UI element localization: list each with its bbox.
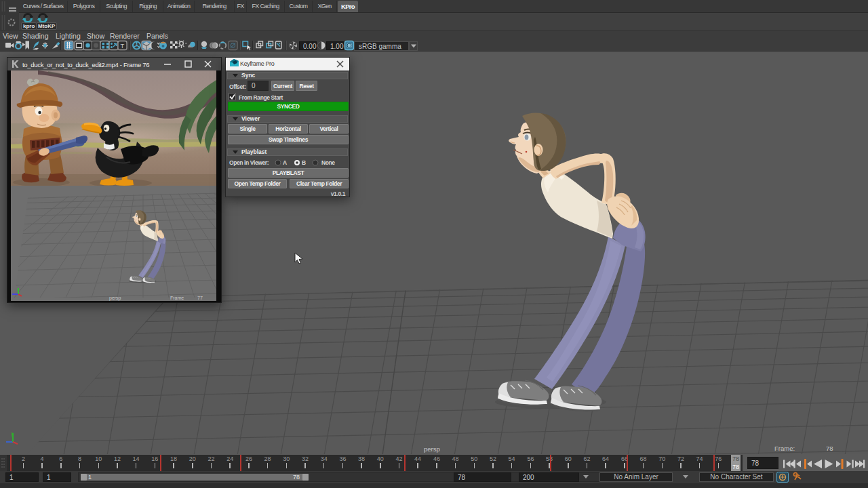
svg-text:persp: persp [109,296,121,301]
svg-text:77: 77 [197,296,203,300]
svg-text:T: T [121,42,125,49]
svg-text:Frame: Frame [170,296,184,300]
svg-text:y: y [11,431,14,436]
